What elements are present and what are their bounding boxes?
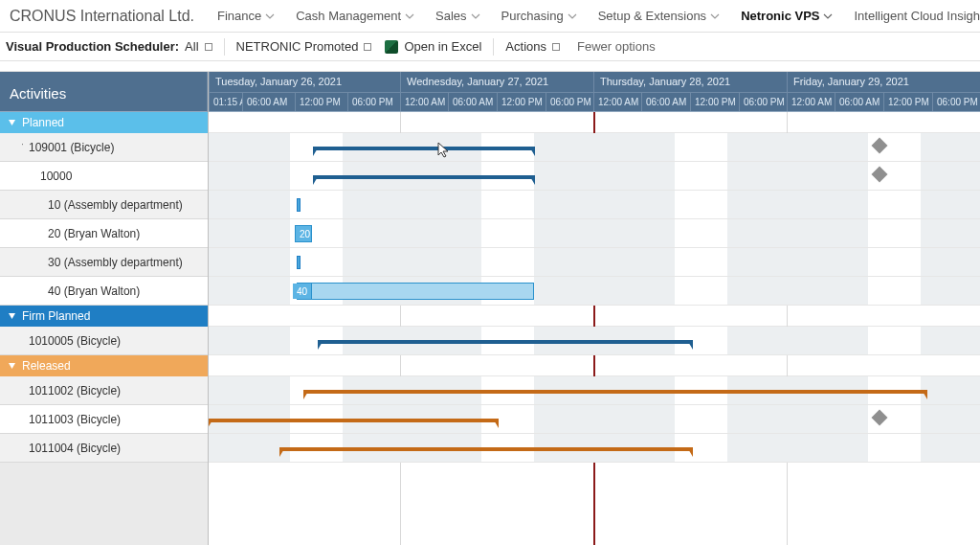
nav-label: Sales bbox=[435, 9, 467, 23]
nav-purchasing[interactable]: Purchasing bbox=[494, 0, 585, 32]
day-cell: Friday, January 29, 2021 bbox=[787, 72, 980, 92]
section-firm-planned[interactable]: Firm Planned bbox=[0, 306, 208, 327]
nav-finance[interactable]: Finance bbox=[210, 0, 282, 32]
section-label: Planned bbox=[22, 116, 64, 129]
timeline-section-planned bbox=[209, 112, 980, 133]
tree-row-op20[interactable]: 20 (Bryan Walton) bbox=[0, 219, 208, 248]
gantt-bar[interactable]: 40 bbox=[297, 283, 534, 300]
hour-cell: 12:00 PM bbox=[883, 92, 932, 111]
row-label: 10 (Assembly department) bbox=[13, 198, 183, 212]
gantt-bar[interactable] bbox=[297, 256, 301, 269]
timeline-row[interactable] bbox=[209, 376, 980, 405]
milestone-diamond[interactable] bbox=[872, 138, 888, 154]
nav-label: Intelligent Cloud Insights bbox=[854, 9, 980, 23]
open-in-excel[interactable]: Open in Excel bbox=[385, 39, 481, 54]
scheduler: Activities Planned 109001 (Bicycle) 1000… bbox=[0, 71, 980, 545]
filter-all[interactable]: All bbox=[185, 39, 212, 54]
chevron-down-icon bbox=[265, 11, 275, 21]
nav-cloud-insights[interactable]: Intelligent Cloud Insights bbox=[846, 0, 980, 32]
timeline-row[interactable]: 20 bbox=[209, 219, 980, 248]
day-row: Tuesday, January 26, 2021 Wednesday, Jan… bbox=[209, 72, 980, 92]
gantt-bar[interactable] bbox=[209, 419, 498, 422]
nav-cash-management[interactable]: Cash Management bbox=[288, 0, 422, 32]
row-label: 30 (Assembly department) bbox=[13, 256, 183, 269]
hour-cell: 12:00 AM bbox=[593, 92, 641, 111]
chevron-down-icon bbox=[568, 11, 577, 21]
row-label: 40 (Bryan Walton) bbox=[13, 284, 140, 298]
timeline-panel: Tuesday, January 26, 2021 Wednesday, Jan… bbox=[209, 72, 980, 545]
timeline-row[interactable] bbox=[209, 327, 980, 355]
tree-row-1011004[interactable]: 1011004 (Bicycle) bbox=[0, 434, 208, 463]
collapse-icon bbox=[8, 312, 16, 321]
row-label: 1010005 (Bicycle) bbox=[29, 334, 121, 348]
timeline-row[interactable]: 40 bbox=[209, 277, 980, 306]
excel-icon bbox=[385, 40, 398, 54]
tree-row-1011002[interactable]: 1011002 (Bicycle) bbox=[0, 376, 208, 405]
dropdown-icon bbox=[364, 43, 371, 51]
tree-row-1010005[interactable]: 1010005 (Bicycle) bbox=[0, 327, 208, 355]
actions-menu[interactable]: Actions bbox=[505, 39, 560, 54]
milestone-diamond[interactable] bbox=[872, 410, 888, 426]
collapse-icon bbox=[8, 119, 16, 127]
hour-cell: 06:00 PM bbox=[739, 92, 787, 111]
tree-row-op10[interactable]: 10 (Assembly department) bbox=[0, 191, 208, 219]
row-label: 1011002 (Bicycle) bbox=[29, 384, 121, 397]
hour-row: 01:15 AM 06:00 AM 12:00 PM 06:00 PM 12:0… bbox=[209, 92, 980, 111]
gantt-bar[interactable] bbox=[319, 340, 692, 344]
cursor-icon bbox=[436, 141, 450, 161]
milestone-diamond[interactable] bbox=[872, 167, 888, 183]
fewer-options[interactable]: Fewer options bbox=[577, 39, 656, 54]
timeline-row[interactable] bbox=[209, 434, 980, 463]
toolbar: Visual Production Scheduler: All NETRONI… bbox=[0, 33, 980, 61]
nav-setup-extensions[interactable]: Setup & Extensions bbox=[590, 0, 727, 32]
hour-cell: 12:00 PM bbox=[690, 92, 739, 111]
row-label: 1011003 (Bicycle) bbox=[29, 413, 121, 426]
timeline-row[interactable] bbox=[209, 162, 980, 191]
gantt-bar[interactable]: 20 bbox=[295, 225, 312, 242]
tree-row-op40[interactable]: 40 (Bryan Walton) bbox=[0, 277, 208, 306]
gantt-bar[interactable] bbox=[314, 175, 534, 179]
timeline-row[interactable] bbox=[209, 248, 980, 277]
expand-icon bbox=[13, 443, 23, 452]
day-cell: Wednesday, January 27, 2021 bbox=[400, 72, 593, 92]
activities-header: Activities bbox=[0, 72, 208, 112]
hour-cell: 06:00 AM bbox=[835, 92, 883, 111]
row-label: 1011004 (Bicycle) bbox=[29, 442, 121, 455]
gantt-bar[interactable] bbox=[304, 390, 926, 394]
timeline-row[interactable] bbox=[209, 191, 980, 219]
chevron-down-icon bbox=[823, 11, 833, 21]
section-planned[interactable]: Planned bbox=[0, 112, 208, 133]
day-cell: Thursday, January 28, 2021 bbox=[593, 72, 787, 92]
section-released[interactable]: Released bbox=[0, 355, 208, 376]
timeline-section-firm bbox=[209, 306, 980, 327]
tree-row-109001[interactable]: 109001 (Bicycle) bbox=[0, 133, 208, 162]
gantt-bar[interactable] bbox=[280, 447, 692, 451]
nav-label: Cash Management bbox=[296, 9, 401, 23]
hour-cell: 01:15 AM bbox=[209, 92, 242, 111]
timeline-section-released bbox=[209, 355, 980, 376]
timeline-row[interactable] bbox=[209, 133, 980, 162]
promoted-label: NETRONIC Promoted bbox=[236, 39, 359, 54]
tree-row-10000[interactable]: 10000 bbox=[0, 162, 208, 191]
timeline-row[interactable] bbox=[209, 405, 980, 434]
netronic-promoted[interactable]: NETRONIC Promoted bbox=[236, 39, 372, 54]
hour-cell: 06:00 AM bbox=[448, 92, 497, 111]
hour-cell: 06:00 PM bbox=[932, 92, 980, 111]
timeline-grid[interactable]: 20 40 bbox=[209, 112, 980, 545]
tree-row-1011003[interactable]: 1011003 (Bicycle) bbox=[0, 405, 208, 434]
row-label: 10000 bbox=[40, 170, 72, 183]
tree-row-op30[interactable]: 30 (Assembly department) bbox=[0, 248, 208, 277]
gantt-bar[interactable] bbox=[314, 147, 534, 150]
nav-label: Purchasing bbox=[501, 9, 564, 23]
expand-icon bbox=[13, 386, 23, 395]
nav-sales[interactable]: Sales bbox=[428, 0, 488, 32]
gantt-bar[interactable] bbox=[297, 198, 301, 212]
expand-icon bbox=[13, 336, 23, 345]
hour-cell: 12:00 PM bbox=[497, 92, 546, 111]
nav-label: Finance bbox=[217, 9, 261, 23]
nav-netronic-vps[interactable]: Netronic VPS bbox=[733, 0, 840, 32]
toolbar-title: Visual Production Scheduler: bbox=[6, 39, 185, 54]
row-label: 20 (Bryan Walton) bbox=[13, 227, 140, 240]
excel-label: Open in Excel bbox=[404, 39, 481, 54]
hour-cell: 06:00 PM bbox=[347, 92, 400, 111]
